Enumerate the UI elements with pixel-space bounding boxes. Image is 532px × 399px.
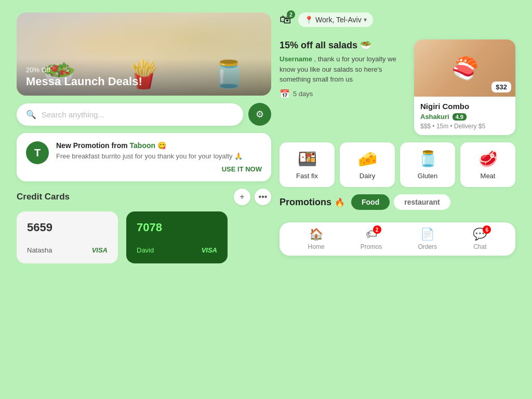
- chat-icon: 💬 6: [473, 228, 487, 241]
- dairy-label: Dairy: [360, 172, 375, 180]
- card-name-natasha: Natasha: [27, 246, 52, 254]
- categories-grid: 🍱 Fast fix 🧀 Dairy 🫙 Gluten 🥩 Meat: [280, 142, 515, 187]
- promo-avatar: T: [26, 141, 49, 164]
- gluten-icon: 🫙: [418, 150, 437, 168]
- nav-orders-label: Orders: [418, 243, 437, 250]
- nigiri-restaurant: Ashakuri: [420, 113, 449, 121]
- promo-title-text: New Promotion from: [56, 141, 128, 150]
- promo-cta[interactable]: USE IT NOW: [56, 165, 262, 173]
- left-column: 🥗 🍟 🫙 20% Off Messa Launch Deals! 🔍 Sear…: [17, 12, 271, 288]
- credit-header: Credit Cards + •••: [17, 189, 271, 205]
- promotions-emoji: 🔥: [335, 197, 345, 207]
- nigiri-image: 🍣 $32: [414, 39, 515, 97]
- credit-card-natasha[interactable]: 5659 Natasha VISA: [17, 211, 118, 263]
- hero-overlay: 20% Off Messa Launch Deals!: [17, 59, 271, 96]
- nav-promos-label: Promos: [361, 243, 382, 250]
- salad-days: 📅 5 days: [280, 89, 407, 99]
- search-placeholder: Search anything...: [42, 110, 104, 119]
- salad-days-text: 5 days: [293, 90, 313, 98]
- filter-icon: ⚙: [256, 109, 264, 120]
- card-number-david: 7078: [137, 221, 217, 234]
- credit-title: Credit Cards: [17, 192, 70, 202]
- hero-title: Messa Launch Deals!: [26, 75, 262, 88]
- cards-row: 5659 Natasha VISA 7078 David VISA: [17, 211, 271, 263]
- promos-icon: 🏷 2: [366, 228, 377, 241]
- meat-label: Meat: [481, 172, 496, 180]
- cart-icon-wrap[interactable]: 🛍 2: [280, 13, 291, 26]
- top-controls: 🛍 2 📍 Work, Tel-Aviv ▾: [280, 12, 515, 27]
- category-meat[interactable]: 🥩 Meat: [460, 142, 515, 187]
- promotions-tabs: Food restaurant: [351, 194, 450, 210]
- credit-card-david[interactable]: 7078 David VISA: [126, 211, 228, 263]
- credit-actions: + •••: [234, 189, 271, 205]
- nav-orders[interactable]: 📄 Orders: [418, 228, 437, 250]
- card-bottom-david: David VISA: [137, 246, 217, 254]
- credit-section: Credit Cards + ••• 5659 Natasha VISA 707…: [17, 189, 271, 263]
- nav-home-label: Home: [308, 243, 325, 250]
- search-bar[interactable]: 🔍 Search anything...: [17, 103, 243, 126]
- search-icon: 🔍: [26, 110, 36, 119]
- more-options-button[interactable]: •••: [255, 189, 271, 205]
- category-gluten[interactable]: 🫙 Gluten: [400, 142, 455, 187]
- nav-chat[interactable]: 💬 6 Chat: [473, 228, 487, 250]
- nigiri-emoji: 🍣: [451, 56, 478, 81]
- nigiri-name: Nigiri Combo: [420, 102, 509, 111]
- location-selector[interactable]: 📍 Work, Tel-Aviv ▾: [298, 12, 373, 27]
- nav-chat-label: Chat: [473, 243, 486, 250]
- salad-title: 15% off all salads 🥗: [280, 39, 407, 51]
- promotions-title: Promotions: [280, 197, 331, 208]
- location-icon: 📍: [304, 16, 313, 24]
- chat-badge: 6: [483, 225, 491, 234]
- promo-body: Free breakfast burrito just for you than…: [56, 152, 262, 161]
- right-top-section: 15% off all salads 🥗 Username , thank u …: [280, 39, 515, 135]
- hero-banner[interactable]: 🥗 🍟 🫙 20% Off Messa Launch Deals!: [17, 12, 271, 96]
- promo-emoji: 😋: [157, 141, 166, 150]
- search-row: 🔍 Search anything... ⚙: [17, 103, 271, 126]
- nav-promos[interactable]: 🏷 2 Promos: [361, 228, 382, 250]
- promotions-section: Promotions 🔥 Food restaurant: [280, 194, 515, 215]
- card-bottom-natasha: Natasha VISA: [27, 246, 108, 254]
- gluten-label: Gluten: [418, 172, 437, 180]
- right-column: 🛍 2 📍 Work, Tel-Aviv ▾ 15% off all salad…: [280, 12, 515, 288]
- card-name-david: David: [137, 246, 154, 254]
- nigiri-price: $32: [491, 82, 511, 92]
- nigiri-meta: $$$ • 15m • Delivery $5: [420, 123, 509, 130]
- category-fast-fix[interactable]: 🍱 Fast fix: [280, 142, 335, 187]
- promotions-header: Promotions 🔥 Food restaurant: [280, 194, 515, 210]
- calendar-icon: 📅: [280, 89, 290, 99]
- location-text: Work, Tel-Aviv: [315, 16, 362, 24]
- nigiri-card[interactable]: 🍣 $32 Nigiri Combo Ashakuri 4.9 $$$ • 15…: [414, 39, 515, 135]
- filter-button[interactable]: ⚙: [248, 103, 271, 126]
- fast-fix-label: Fast fix: [296, 172, 318, 180]
- promotions-title-group: Promotions 🔥: [280, 197, 345, 208]
- salad-username: Username: [280, 55, 312, 63]
- orders-icon: 📄: [420, 228, 434, 241]
- bottom-nav: 🏠 Home 🏷 2 Promos 📄 Orders 💬 6 Chat: [280, 222, 515, 256]
- cart-badge: 2: [287, 10, 295, 19]
- promo-content: New Promotion from Taboon 😋 Free breakfa…: [56, 141, 262, 173]
- dairy-icon: 🧀: [358, 150, 377, 168]
- category-dairy[interactable]: 🧀 Dairy: [340, 142, 395, 187]
- tab-restaurant[interactable]: restaurant: [394, 194, 450, 210]
- meat-icon: 🥩: [478, 150, 498, 168]
- promo-restaurant: Taboon: [130, 141, 156, 150]
- tab-food[interactable]: Food: [351, 194, 390, 210]
- hero-discount: 20% Off: [26, 66, 262, 74]
- promos-badge: 2: [373, 225, 381, 234]
- salad-promo: 15% off all salads 🥗 Username , thank u …: [280, 39, 407, 135]
- fast-fix-icon: 🍱: [298, 150, 317, 168]
- promo-title: New Promotion from Taboon 😋: [56, 141, 262, 150]
- home-icon: 🏠: [309, 228, 323, 241]
- nigiri-rating: 4.9: [453, 113, 467, 121]
- card-number-natasha: 5659: [27, 221, 108, 234]
- promotion-card: T New Promotion from Taboon 😋 Free break…: [17, 133, 271, 181]
- add-card-button[interactable]: +: [234, 189, 250, 205]
- chevron-down-icon: ▾: [364, 16, 367, 23]
- nigiri-info: Nigiri Combo Ashakuri 4.9 $$$ • 15m • De…: [414, 97, 515, 135]
- card-brand-david: VISA: [202, 246, 217, 254]
- nav-home[interactable]: 🏠 Home: [308, 228, 325, 250]
- card-brand-natasha: VISA: [92, 246, 108, 254]
- salad-body: Username , thank u for your loyalty we k…: [280, 54, 407, 85]
- nigiri-restaurant-row: Ashakuri 4.9: [420, 113, 509, 121]
